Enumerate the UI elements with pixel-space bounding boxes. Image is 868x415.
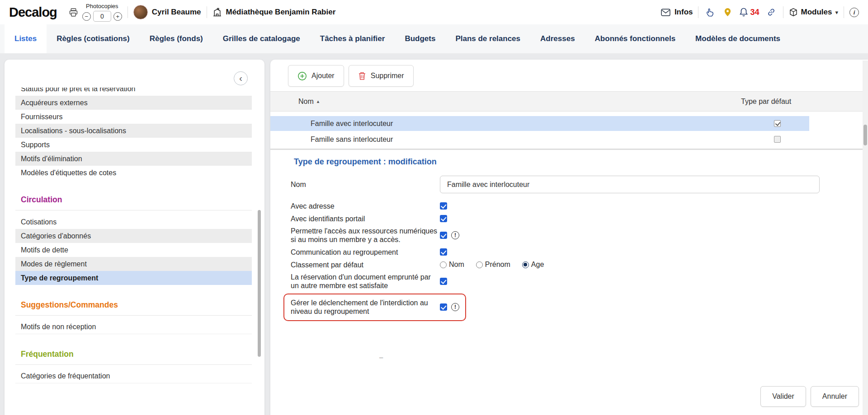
sidebar-item-localisations[interactable]: Localisations - sous-localisations [15,124,252,138]
tab-adresses[interactable]: Adresses [530,24,585,53]
sidebar-item-categories-abonnes[interactable]: Catégories d'abonnés [15,229,252,243]
divider [844,6,844,18]
app-logo[interactable]: Decalog [9,5,57,20]
tab-taches-planifier[interactable]: Tâches à planifier [310,24,395,53]
table-row-famille-sans-interlocuteur[interactable]: Famille sans interlocuteur [270,132,809,147]
avatar [133,5,148,19]
main-tabs: Listes Règles (cotisations) Règles (fond… [0,24,868,53]
tab-abonnes-fonctionnels[interactable]: Abonnés fonctionnels [585,24,686,53]
infos-button[interactable]: Infos [661,8,693,17]
gerer-interdiction-checkbox[interactable] [440,303,447,311]
sidebar-item-modeles-etiquettes[interactable]: Modèles d'étiquettes de cotes [15,166,252,180]
radio-option-age[interactable]: Age [522,261,544,269]
nom-input[interactable] [440,176,820,193]
main-scrollbar-track[interactable] [863,61,868,415]
map-pin-icon[interactable] [722,7,733,17]
field-label-nom: Nom [291,180,440,189]
hand-cursor-icon[interactable] [704,7,717,17]
sidebar-item-motifs-non-reception[interactable]: Motifs de non réception [15,320,252,334]
tab-listes[interactable]: Listes [5,24,47,53]
radio-option-nom[interactable]: Nom [440,261,464,269]
communication-regroupement-checkbox[interactable] [440,248,447,256]
field-label: Classement par défaut [291,261,440,269]
sidebar-item-statuts-pret[interactable]: Statuts pour le prêt et la réservation [15,88,252,96]
section-title-suggestions-commandes: Suggestions/Commandes [15,300,252,316]
photocopies-decrement-button[interactable]: − [82,12,91,21]
type-par-defaut-checkbox[interactable] [774,120,781,127]
table-horizontal-scrollbar[interactable] [270,149,868,150]
tab-modeles-documents[interactable]: Modèles de documents [685,24,790,53]
sidebar-item-fournisseurs[interactable]: Fournisseurs [15,110,252,124]
photocopies-increment-button[interactable]: + [113,12,122,21]
main-panel: Ajouter Supprimer Nom ▴ Type par défaut … [270,60,868,415]
infos-label: Infos [675,8,693,17]
divider [127,6,128,18]
column-header-type-par-defaut[interactable]: Type par défaut [741,98,791,106]
sidebar-item-motifs-dette[interactable]: Motifs de dette [15,243,252,257]
form-actions: Valider Annuler [760,386,859,407]
sidebar-list: Statuts pour le prêt et la réservation A… [15,88,252,415]
sidebar-item-supports[interactable]: Supports [15,138,252,152]
cube-icon [789,8,798,17]
tab-grilles-catalogage[interactable]: Grilles de catalogage [213,24,310,53]
library-selector[interactable]: Médiathèque Benjamin Rabier [212,8,336,17]
tab-budgets[interactable]: Budgets [395,24,445,53]
sidebar-item-motifs-elimination[interactable]: Motifs d'élimination [15,152,252,166]
form-row-gerer-interdiction: Gérer le déclenchement de l'interdiction… [291,298,459,316]
sidebar-item-categories-frequentation[interactable]: Catégories de fréquentation [15,369,252,383]
form-row-avec-adresse: Avec adresse [291,200,868,212]
plus-icon: + [116,14,120,19]
form-row-identifiants-portail: Avec identifiants portail [291,212,868,225]
validate-button[interactable]: Valider [760,386,806,407]
add-button[interactable]: Ajouter [288,65,344,87]
toolbar: Ajouter Supprimer [270,60,868,87]
delete-button[interactable]: Supprimer [349,65,414,87]
chevron-down-icon: ▾ [835,9,838,16]
main-scrollbar-thumb[interactable] [863,125,867,145]
notifications-button[interactable]: 34 [739,7,759,17]
sidebar-item-cotisations[interactable]: Cotisations [15,215,252,229]
modules-menu[interactable]: Modules ▾ [789,8,838,17]
radio-icon [440,261,447,268]
divider [207,6,207,18]
field-label: La réservation d'un document emprunté pa… [291,273,440,290]
user-name: Cyril Beaume [152,8,201,17]
sidebar-item-acquereurs-externes[interactable]: Acquéreurs externes [15,96,252,110]
help-icon[interactable]: i [849,8,859,17]
link-icon[interactable] [765,7,778,17]
acces-ressources-checkbox[interactable] [440,232,447,239]
info-icon[interactable]: ! [451,303,459,311]
table-row-famille-avec-interlocuteur[interactable]: Famille avec interlocuteur [270,116,809,131]
radio-icon [476,261,483,268]
column-header-nom[interactable]: Nom ▴ [270,98,319,106]
cancel-button[interactable]: Annuler [811,386,859,407]
notification-count-badge: 34 [750,8,759,17]
info-icon[interactable]: ! [451,231,459,239]
photocopier-icon [69,8,78,17]
tab-plans-relances[interactable]: Plans de relances [445,24,530,53]
reservation-satisfaite-checkbox[interactable] [440,278,447,285]
radio-option-prenom[interactable]: Prénom [476,261,510,269]
trash-icon [358,71,366,80]
sidebar-collapse-button[interactable]: ‹ [234,71,248,85]
photocopies-count: 0 [93,11,111,22]
photocopies-label: Photocopies [86,3,118,9]
tab-regles-fonds[interactable]: Règles (fonds) [140,24,213,53]
sidebar-panel: ‹ Statuts pour le prêt et la réservation… [5,60,264,415]
type-par-defaut-checkbox[interactable] [774,136,781,143]
sidebar-item-modes-reglement[interactable]: Modes de règlement [15,257,252,271]
user-menu[interactable]: Cyril Beaume [133,5,201,19]
splitter-handle[interactable]: – [379,353,383,361]
building-icon [212,8,222,17]
avec-adresse-checkbox[interactable] [440,202,447,210]
divider [783,6,783,18]
divider [698,6,698,18]
minus-icon: − [85,14,89,19]
tab-regles-cotisations[interactable]: Règles (cotisations) [47,24,140,53]
avec-identifiants-portail-checkbox[interactable] [440,215,447,222]
plus-circle-icon [297,71,307,81]
envelope-icon [661,9,670,16]
sidebar-scrollbar[interactable] [258,210,261,357]
sort-ascending-icon: ▴ [317,98,320,104]
sidebar-item-type-regroupement[interactable]: Type de regroupement [15,271,252,285]
